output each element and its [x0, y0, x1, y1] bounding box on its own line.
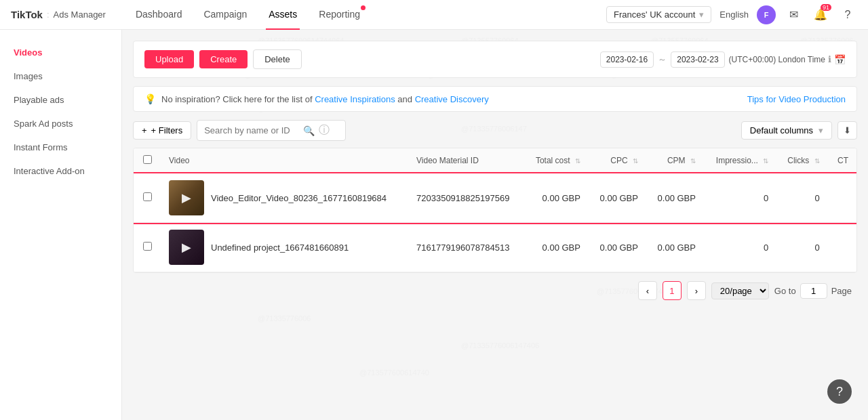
avatar[interactable]: F	[757, 5, 776, 24]
date-to[interactable]: 2023-02-23	[671, 51, 724, 68]
account-selector[interactable]: Frances' UK account ▾	[606, 6, 711, 23]
language-selector[interactable]: English	[719, 9, 749, 20]
search-help-icon[interactable]: ⓘ	[319, 123, 330, 138]
creative-discovery-link[interactable]: Creative Discovery	[415, 94, 489, 104]
play-icon: ▶	[182, 240, 191, 255]
table-header-row: Video Video Material ID Total cost ⇅ CPC	[134, 148, 856, 173]
notification-badge: 91	[821, 4, 831, 11]
sort-icon[interactable]: ⇅	[690, 157, 696, 165]
col-total-cost: Total cost ⇅	[524, 148, 589, 173]
pagination: ‹ 1 › 20/page Go to Page	[133, 281, 857, 300]
filter-icon: +	[142, 125, 147, 135]
row-checkbox-cell	[134, 223, 161, 272]
clicks-cell: 0	[776, 223, 827, 272]
col-ct: CT	[828, 148, 856, 173]
notification-icon[interactable]: 🔔 91	[811, 5, 830, 24]
col-video: Video	[161, 148, 408, 173]
nav-campaign[interactable]: Campaign	[201, 0, 250, 30]
video-title: Undefined project_1667481660891	[211, 243, 349, 253]
clicks-cell: 0	[776, 173, 827, 223]
columns-button[interactable]: Default columns ▾	[741, 121, 832, 140]
page-1-button[interactable]: 1	[663, 281, 682, 300]
info-icon[interactable]: ℹ	[828, 54, 831, 64]
search-icon[interactable]: 🔍	[303, 125, 315, 136]
top-nav: TikTok : Ads Manager Dashboard Campaign …	[0, 0, 868, 30]
sort-icon[interactable]: ⇅	[575, 157, 580, 165]
lightbulb-icon: 💡	[144, 93, 156, 104]
filter-bar: + + Filters 🔍 ⓘ Default columns ▾ ⬇	[133, 120, 857, 141]
create-button[interactable]: Create	[199, 50, 248, 68]
toolbar: Upload Create Delete 2023-02-16 ～ 2023-0…	[133, 41, 857, 78]
sort-icon[interactable]: ⇅	[633, 157, 638, 165]
reporting-dot	[361, 5, 366, 10]
help-icon[interactable]: ?	[838, 5, 857, 24]
table-row: ▶ Video_Editor_Video_80236_1677160819684…	[134, 173, 856, 223]
video-cell: ▶ Video_Editor_Video_80236_1677160819684	[169, 180, 400, 215]
col-video-material-id: Video Material ID	[408, 148, 524, 173]
cpc-cell: 0.00 GBP	[589, 223, 646, 272]
video-title: Video_Editor_Video_80236_1677160819684	[211, 193, 387, 203]
col-cpm: CPM ⇅	[646, 148, 704, 173]
tiktok-logo: TikTok	[11, 9, 43, 20]
filter-button[interactable]: + + Filters	[133, 121, 191, 140]
timezone-label: (UTC+00:00) London Time ℹ 📅	[729, 54, 846, 65]
tips-text: No inspiration? Click here for the list …	[161, 94, 742, 104]
impressions-cell: 0	[704, 223, 776, 272]
ct-cell	[828, 223, 856, 272]
video-thumbnail[interactable]: ▶	[169, 230, 204, 265]
mail-icon[interactable]: ✉	[784, 5, 803, 24]
video-material-id-cell: 7161779196078784513	[408, 223, 524, 272]
table-row: ▶ Undefined project_1667481660891 716177…	[134, 223, 856, 272]
video-name-cell: ▶ Video_Editor_Video_80236_1677160819684	[161, 173, 408, 223]
calendar-icon[interactable]: 📅	[834, 54, 846, 65]
sidebar-item-spark-ad-posts[interactable]: Spark Ad posts	[0, 112, 121, 135]
sidebar-item-images[interactable]: Images	[0, 64, 121, 88]
tips-banner: 💡 No inspiration? Click here for the lis…	[133, 86, 857, 112]
ct-cell	[828, 173, 856, 223]
cpc-cell: 0.00 GBP	[589, 173, 646, 223]
sidebar-item-videos[interactable]: Videos	[0, 41, 121, 64]
help-bubble[interactable]: ?	[827, 379, 852, 404]
cpm-cell: 0.00 GBP	[646, 223, 704, 272]
chevron-down-icon: ▾	[699, 9, 704, 20]
go-to-input[interactable]	[800, 283, 827, 299]
col-cpc: CPC ⇅	[589, 148, 646, 173]
video-material-id-cell: 7203350918825197569	[408, 173, 524, 223]
delete-button[interactable]: Delete	[253, 49, 302, 69]
creative-inspirations-link[interactable]: Creative Inspirations	[315, 94, 395, 104]
select-all-header	[134, 148, 161, 173]
sidebar-item-instant-forms[interactable]: Instant Forms	[0, 135, 121, 159]
select-all-checkbox[interactable]	[143, 155, 152, 164]
date-from[interactable]: 2023-02-16	[600, 51, 654, 68]
content: Upload Create Delete 2023-02-16 ～ 2023-0…	[133, 41, 857, 300]
video-thumbnail[interactable]: ▶	[169, 180, 204, 215]
export-button[interactable]: ⬇	[837, 121, 857, 140]
video-name-cell: ▶ Undefined project_1667481660891	[161, 223, 408, 272]
play-icon: ▶	[182, 190, 191, 205]
nav-right: Frances' UK account ▾ English F ✉ 🔔 91 ?	[606, 5, 857, 24]
sort-icon[interactable]: ⇅	[814, 157, 820, 165]
nav-assets[interactable]: Assets	[266, 0, 300, 30]
chevron-down-icon: ▾	[818, 125, 823, 135]
row-1-checkbox[interactable]	[143, 192, 152, 201]
total-cost-cell: 0.00 GBP	[524, 173, 589, 223]
tips-for-video-link[interactable]: Tips for Video Production	[747, 94, 846, 104]
search-input[interactable]	[204, 125, 299, 135]
nav-dashboard[interactable]: Dashboard	[133, 0, 185, 30]
row-checkbox-cell	[134, 173, 161, 223]
prev-page-button[interactable]: ‹	[638, 281, 657, 300]
go-to: Go to Page	[774, 283, 852, 299]
table-container: Video Video Material ID Total cost ⇅ CPC	[133, 148, 857, 273]
videos-table: Video Video Material ID Total cost ⇅ CPC	[134, 148, 856, 272]
video-cell: ▶ Undefined project_1667481660891	[169, 230, 400, 265]
sidebar-item-playable-ads[interactable]: Playable ads	[0, 88, 121, 112]
nav-reporting[interactable]: Reporting	[316, 0, 363, 30]
col-impressions: Impressio... ⇅	[704, 148, 776, 173]
row-2-checkbox[interactable]	[143, 242, 152, 251]
logo: TikTok : Ads Manager	[11, 9, 106, 20]
sidebar-item-interactive-add-on[interactable]: Interactive Add-on	[0, 159, 121, 183]
upload-button[interactable]: Upload	[144, 50, 194, 68]
sort-icon[interactable]: ⇅	[763, 157, 768, 165]
per-page-select[interactable]: 20/page	[711, 282, 769, 299]
next-page-button[interactable]: ›	[687, 281, 706, 300]
